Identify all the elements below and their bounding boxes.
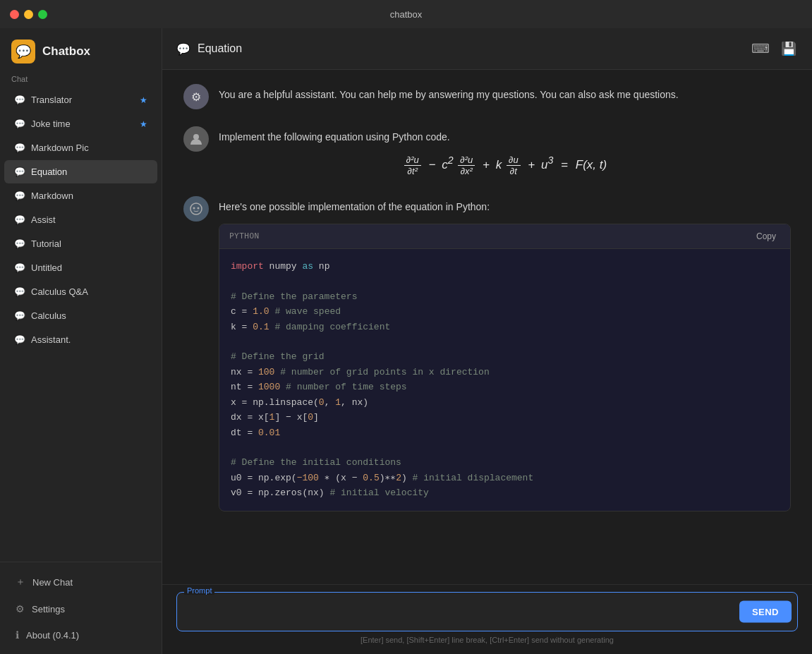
content-header: 💬 Equation ⌨ 💾: [162, 28, 812, 70]
input-area: Prompt SEND [Enter] send, [Shift+Enter] …: [162, 584, 812, 654]
prompt-input[interactable]: [177, 593, 797, 628]
sidebar-item-untitled[interactable]: 💬 Untitled: [4, 256, 157, 279]
gear-icon: ⚙: [16, 603, 25, 614]
sidebar: 💬 Chatbox Chat 💬 Translator ★ 💬 Joke tim…: [0, 28, 162, 654]
user-message-text: Implement the following equation using P…: [219, 129, 791, 145]
svg-point-3: [198, 207, 200, 210]
keyboard-button[interactable]: ⌨: [750, 40, 771, 58]
sidebar-bottom: ＋ New Chat ⚙ Settings ℹ About (0.4.1): [0, 562, 162, 654]
sidebar-item-tutorial[interactable]: 💬 Tutorial: [4, 232, 157, 255]
sidebar-item-label: Assist: [31, 214, 147, 225]
svg-point-2: [193, 207, 195, 210]
sidebar-item-label: Joke time: [31, 119, 134, 129]
frac-u-t: ∂u ∂t: [507, 155, 521, 176]
main-layout: 💬 Chatbox Chat 💬 Translator ★ 💬 Joke tim…: [0, 28, 812, 654]
frac-u-x2: ∂²u ∂x²: [458, 155, 475, 176]
chat-icon: 💬: [14, 286, 25, 297]
input-hint: [Enter] send, [Shift+Enter] line break, …: [176, 636, 798, 644]
input-wrapper: Prompt SEND: [176, 592, 798, 631]
close-button[interactable]: [10, 10, 19, 19]
sidebar-item-label: Untitled: [31, 262, 147, 273]
user-avatar: [183, 126, 209, 152]
frac-u-t2: ∂²u ∂t²: [404, 155, 421, 176]
maximize-button[interactable]: [38, 10, 47, 19]
chat-icon: 💬: [14, 310, 25, 321]
sidebar-item-markdown[interactable]: 💬 Markdown: [4, 184, 157, 207]
send-button[interactable]: SEND: [739, 601, 792, 623]
assistant-message-content: Here's one possible implementation of th…: [219, 196, 791, 511]
sidebar-item-equation[interactable]: 💬 Equation: [4, 160, 157, 183]
code-block: PYTHON Copy import numpy as np # Define …: [219, 224, 791, 511]
titlebar-title: chatbox: [390, 9, 423, 20]
sidebar-item-assist[interactable]: 💬 Assist: [4, 208, 157, 231]
plus-icon: ＋: [16, 576, 25, 588]
sidebar-item-label: Assistant.: [31, 334, 147, 345]
save-button[interactable]: 💾: [780, 40, 798, 58]
sidebar-header: 💬 Chatbox: [0, 28, 162, 72]
settings-button[interactable]: ⚙ Settings: [4, 596, 157, 622]
window-controls: [10, 10, 47, 19]
sidebar-item-calculus-qa[interactable]: 💬 Calculus Q&A: [4, 280, 157, 303]
sidebar-item-markdown-pic[interactable]: 💬 Markdown Pic: [4, 136, 157, 159]
assistant-avatar: [183, 196, 209, 222]
header-right: ⌨ 💾: [750, 40, 798, 58]
chat-icon: 💬: [14, 190, 25, 201]
star-icon: ★: [140, 95, 147, 105]
minimize-button[interactable]: [24, 10, 33, 19]
sidebar-item-label: Calculus Q&A: [31, 286, 147, 297]
chat-icon: 💬: [14, 95, 25, 105]
system-message-text: You are a helpful assistant. You can hel…: [219, 87, 791, 102]
message-user: Implement the following equation using P…: [183, 126, 791, 179]
sidebar-section-label: Chat: [0, 72, 162, 87]
messages-area: ⚙ You are a helpful assistant. You can h…: [162, 70, 812, 584]
code-block-header: PYTHON Copy: [219, 224, 790, 249]
message-assistant: Here's one possible implementation of th…: [183, 196, 791, 511]
prompt-label: Prompt: [184, 586, 214, 595]
chat-icon: 💬: [14, 119, 25, 129]
svg-point-1: [190, 203, 202, 214]
content-area: 💬 Equation ⌨ 💾 ⚙ You are a helpful assis…: [162, 28, 812, 654]
system-avatar: ⚙: [183, 84, 209, 109]
app-name: Chatbox: [42, 44, 90, 59]
chat-icon: 💬: [14, 262, 25, 273]
sidebar-item-calculus[interactable]: 💬 Calculus: [4, 304, 157, 327]
info-icon: ℹ: [16, 629, 19, 641]
sidebar-item-translator[interactable]: 💬 Translator ★: [4, 88, 157, 111]
code-content: import numpy as np # Define the paramete…: [219, 249, 790, 511]
sidebar-chat-list: 💬 Translator ★ 💬 Joke time ★ 💬 Markdown …: [0, 87, 162, 562]
chat-icon: 💬: [14, 334, 25, 345]
header-left: 💬 Equation: [176, 42, 242, 56]
sidebar-item-label: Equation: [31, 166, 147, 177]
sidebar-item-label: Markdown: [31, 190, 147, 201]
sidebar-item-joke-time[interactable]: 💬 Joke time ★: [4, 112, 157, 135]
copy-button[interactable]: Copy: [752, 230, 780, 243]
header-chat-icon: 💬: [176, 42, 190, 56]
user-message-content: Implement the following equation using P…: [219, 126, 791, 179]
star-icon: ★: [140, 119, 147, 129]
chat-icon: 💬: [14, 166, 25, 177]
message-content: You are a helpful assistant. You can hel…: [219, 84, 791, 109]
sidebar-item-label: Tutorial: [31, 238, 147, 249]
chat-icon: 💬: [14, 214, 25, 225]
code-lang-label: PYTHON: [229, 231, 260, 241]
equation-display: ∂²u ∂t² − c2 ∂²u ∂x² + k: [219, 155, 791, 176]
assistant-message-text: Here's one possible implementation of th…: [219, 199, 791, 214]
sidebar-item-assistant[interactable]: 💬 Assistant.: [4, 328, 157, 351]
svg-point-0: [193, 134, 199, 140]
about-label: About (0.4.1): [26, 630, 79, 641]
new-chat-label: New Chat: [32, 577, 73, 588]
chat-icon: 💬: [14, 238, 25, 249]
app-icon: 💬: [11, 40, 35, 63]
chat-icon: 💬: [14, 143, 25, 153]
settings-label: Settings: [32, 604, 65, 614]
sidebar-item-label: Calculus: [31, 310, 147, 321]
sidebar-item-label: Translator: [31, 95, 134, 105]
message-system: ⚙ You are a helpful assistant. You can h…: [183, 84, 791, 109]
new-chat-button[interactable]: ＋ New Chat: [4, 569, 157, 595]
sidebar-item-label: Markdown Pic: [31, 143, 147, 153]
content-title: Equation: [198, 42, 242, 55]
about-button[interactable]: ℹ About (0.4.1): [4, 622, 157, 648]
titlebar: chatbox: [0, 0, 812, 28]
